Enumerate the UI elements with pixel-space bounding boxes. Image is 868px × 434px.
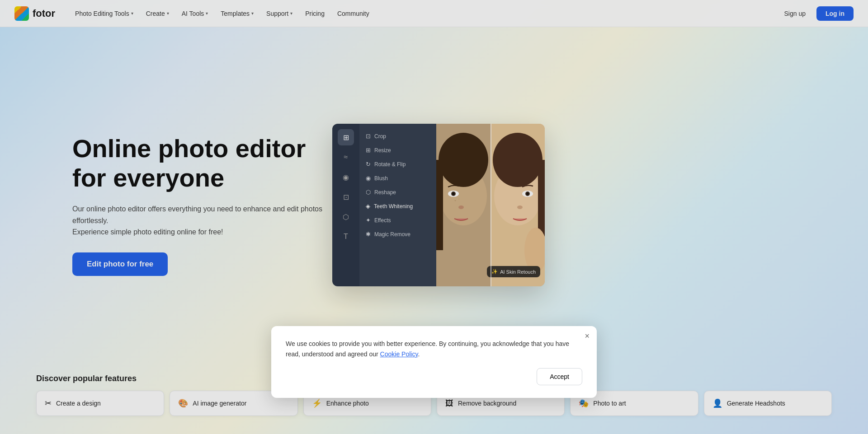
cookie-banner: × We use cookies to provide you with bet… (271, 326, 597, 398)
cookie-policy-link[interactable]: Cookie Policy (380, 350, 418, 358)
cookie-actions: Accept (286, 368, 582, 385)
cookie-accept-button[interactable]: Accept (537, 368, 582, 385)
cookie-text: We use cookies to provide you with bette… (286, 339, 582, 359)
cookie-close-button[interactable]: × (585, 331, 590, 341)
